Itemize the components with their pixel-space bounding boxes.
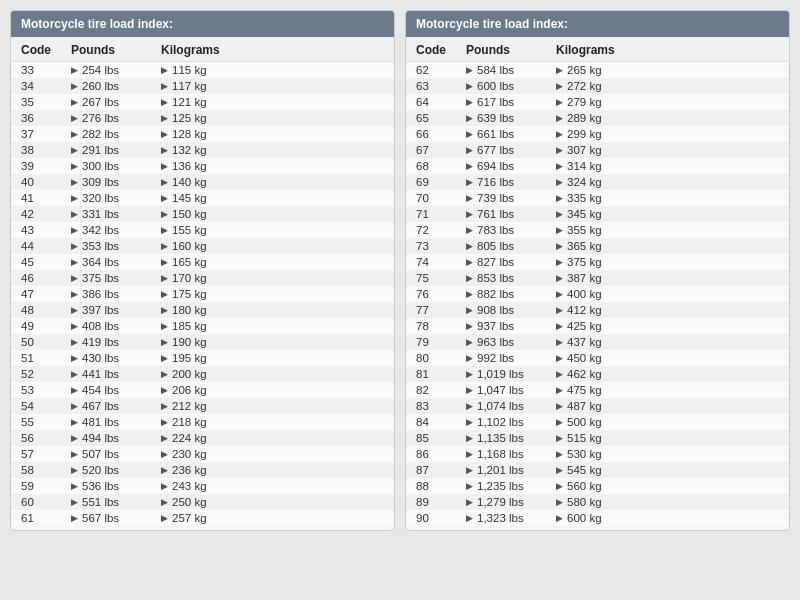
- arrow-icon: ▶: [466, 338, 473, 347]
- kg-cell-0-15: ▶180 kg: [161, 304, 251, 316]
- pounds-value: 1,074 lbs: [477, 400, 524, 412]
- table-row: 83▶1,074 lbs▶487 kg: [406, 398, 789, 414]
- kg-cell-1-10: ▶355 kg: [556, 224, 646, 236]
- table-row: 49▶408 lbs▶185 kg: [11, 318, 394, 334]
- kg-value: 279 kg: [567, 96, 602, 108]
- pounds-cell-1-20: ▶1,047 lbs: [466, 384, 556, 396]
- pounds-cell-1-10: ▶783 lbs: [466, 224, 556, 236]
- arrow-icon: ▶: [71, 498, 78, 507]
- kg-value: 580 kg: [567, 496, 602, 508]
- arrow-icon: ▶: [556, 146, 563, 155]
- kg-cell-0-5: ▶132 kg: [161, 144, 251, 156]
- pounds-value: 805 lbs: [477, 240, 514, 252]
- arrow-icon: ▶: [161, 130, 168, 139]
- pounds-value: 342 lbs: [82, 224, 119, 236]
- table-row: 62▶584 lbs▶265 kg: [406, 62, 789, 78]
- arrow-icon: ▶: [466, 354, 473, 363]
- code-cell-0-10: 43: [21, 224, 71, 236]
- code-cell-1-11: 73: [416, 240, 466, 252]
- code-cell-1-28: 90: [416, 512, 466, 524]
- kg-value: 180 kg: [172, 304, 207, 316]
- kg-value: 307 kg: [567, 144, 602, 156]
- pounds-value: 331 lbs: [82, 208, 119, 220]
- kg-value: 272 kg: [567, 80, 602, 92]
- arrow-icon: ▶: [71, 514, 78, 523]
- code-cell-0-12: 45: [21, 256, 71, 268]
- kg-cell-1-25: ▶545 kg: [556, 464, 646, 476]
- table-row: 52▶441 lbs▶200 kg: [11, 366, 394, 382]
- kg-cell-1-11: ▶365 kg: [556, 240, 646, 252]
- arrow-icon: ▶: [466, 194, 473, 203]
- arrow-icon: ▶: [71, 418, 78, 427]
- pounds-cell-0-19: ▶441 lbs: [71, 368, 161, 380]
- pounds-cell-1-22: ▶1,102 lbs: [466, 416, 556, 428]
- kg-cell-0-20: ▶206 kg: [161, 384, 251, 396]
- arrow-icon: ▶: [556, 514, 563, 523]
- code-cell-1-9: 71: [416, 208, 466, 220]
- pounds-cell-1-26: ▶1,235 lbs: [466, 480, 556, 492]
- col-header-1-0: Code: [416, 43, 466, 57]
- arrow-icon: ▶: [71, 290, 78, 299]
- kg-cell-1-13: ▶387 kg: [556, 272, 646, 284]
- arrow-icon: ▶: [161, 114, 168, 123]
- table-row: 58▶520 lbs▶236 kg: [11, 462, 394, 478]
- pounds-value: 481 lbs: [82, 416, 119, 428]
- table-row: 36▶276 lbs▶125 kg: [11, 110, 394, 126]
- kg-cell-0-17: ▶190 kg: [161, 336, 251, 348]
- arrow-icon: ▶: [71, 82, 78, 91]
- code-cell-0-9: 42: [21, 208, 71, 220]
- arrow-icon: ▶: [71, 242, 78, 251]
- table-row: 41▶320 lbs▶145 kg: [11, 190, 394, 206]
- arrow-icon: ▶: [556, 498, 563, 507]
- code-cell-0-25: 58: [21, 464, 71, 476]
- arrow-icon: ▶: [161, 178, 168, 187]
- pounds-cell-0-16: ▶408 lbs: [71, 320, 161, 332]
- arrow-icon: ▶: [71, 114, 78, 123]
- kg-value: 257 kg: [172, 512, 207, 524]
- pounds-value: 353 lbs: [82, 240, 119, 252]
- kg-cell-0-1: ▶117 kg: [161, 80, 251, 92]
- code-cell-0-23: 56: [21, 432, 71, 444]
- code-cell-1-1: 63: [416, 80, 466, 92]
- table-row: 68▶694 lbs▶314 kg: [406, 158, 789, 174]
- kg-value: 236 kg: [172, 464, 207, 476]
- pounds-cell-1-7: ▶716 lbs: [466, 176, 556, 188]
- kg-value: 600 kg: [567, 512, 602, 524]
- kg-value: 335 kg: [567, 192, 602, 204]
- arrow-icon: ▶: [466, 386, 473, 395]
- pounds-value: 1,019 lbs: [477, 368, 524, 380]
- pounds-cell-0-4: ▶282 lbs: [71, 128, 161, 140]
- table-row: 55▶481 lbs▶218 kg: [11, 414, 394, 430]
- kg-value: 387 kg: [567, 272, 602, 284]
- kg-value: 265 kg: [567, 64, 602, 76]
- arrow-icon: ▶: [466, 210, 473, 219]
- table-row: 74▶827 lbs▶375 kg: [406, 254, 789, 270]
- arrow-icon: ▶: [466, 242, 473, 251]
- arrow-icon: ▶: [161, 338, 168, 347]
- pounds-cell-0-14: ▶386 lbs: [71, 288, 161, 300]
- arrow-icon: ▶: [71, 322, 78, 331]
- arrow-icon: ▶: [556, 194, 563, 203]
- arrow-icon: ▶: [161, 210, 168, 219]
- table-row: 61▶567 lbs▶257 kg: [11, 510, 394, 526]
- pounds-cell-0-13: ▶375 lbs: [71, 272, 161, 284]
- arrow-icon: ▶: [466, 402, 473, 411]
- table-row: 72▶783 lbs▶355 kg: [406, 222, 789, 238]
- kg-value: 155 kg: [172, 224, 207, 236]
- pounds-cell-0-0: ▶254 lbs: [71, 64, 161, 76]
- kg-cell-1-6: ▶314 kg: [556, 160, 646, 172]
- arrow-icon: ▶: [71, 210, 78, 219]
- pounds-cell-1-25: ▶1,201 lbs: [466, 464, 556, 476]
- code-cell-0-19: 52: [21, 368, 71, 380]
- table-row: 60▶551 lbs▶250 kg: [11, 494, 394, 510]
- kg-value: 212 kg: [172, 400, 207, 412]
- arrow-icon: ▶: [161, 402, 168, 411]
- code-cell-1-20: 82: [416, 384, 466, 396]
- arrow-icon: ▶: [161, 258, 168, 267]
- kg-cell-0-21: ▶212 kg: [161, 400, 251, 412]
- kg-cell-0-22: ▶218 kg: [161, 416, 251, 428]
- kg-cell-1-16: ▶425 kg: [556, 320, 646, 332]
- pounds-value: 783 lbs: [477, 224, 514, 236]
- arrow-icon: ▶: [161, 450, 168, 459]
- kg-value: 487 kg: [567, 400, 602, 412]
